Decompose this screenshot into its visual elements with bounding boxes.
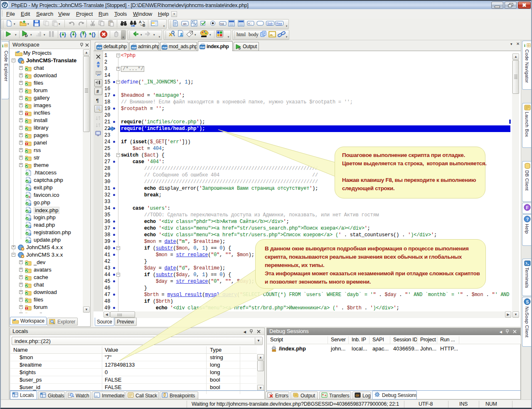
svg-text:x□: x□: [248, 22, 252, 25]
svg-text:?: ?: [526, 217, 529, 222]
svg-text:D: D: [239, 47, 241, 50]
svg-text:PHP: PHP: [97, 46, 102, 49]
svg-text:B: B: [143, 23, 145, 27]
svg-text:D: D: [25, 34, 28, 37]
svg-text:P: P: [29, 218, 31, 220]
svg-text:io: io: [69, 394, 70, 396]
svg-text:S: S: [526, 300, 529, 304]
svg-text:P: P: [29, 211, 31, 213]
svg-text:P: P: [29, 233, 31, 235]
svg-text:F: F: [526, 206, 529, 210]
svg-text:P: P: [29, 203, 31, 206]
svg-text:P: P: [29, 240, 31, 243]
svg-text:Sub: Sub: [267, 22, 273, 25]
svg-text:PHP: PHP: [132, 46, 137, 49]
svg-text:#: #: [96, 89, 99, 93]
svg-text:i: i: [2, 43, 3, 48]
svg-text:P: P: [29, 181, 31, 183]
svg-text:PHP: PHP: [200, 46, 205, 49]
svg-text:PHP: PHP: [163, 46, 167, 49]
svg-text:hid: hid: [220, 22, 224, 25]
svg-text:{: {: [59, 31, 62, 37]
svg-text:ab: ab: [183, 22, 187, 26]
svg-text:}: }: [64, 31, 66, 37]
svg-text:A: A: [139, 20, 142, 24]
svg-text:i: i: [524, 43, 525, 48]
svg-text:¶: ¶: [96, 98, 99, 103]
svg-text:P: P: [29, 188, 31, 191]
svg-text:P: P: [29, 225, 31, 228]
svg-text:Rea: Rea: [276, 22, 283, 25]
svg-text:{}: {}: [91, 31, 96, 37]
svg-text:O!: O!: [356, 394, 360, 397]
